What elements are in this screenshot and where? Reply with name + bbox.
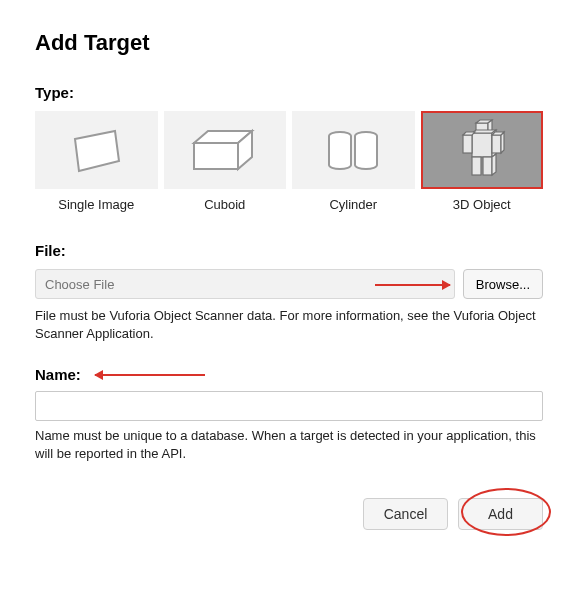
cancel-button[interactable]: Cancel — [363, 498, 448, 530]
add-button[interactable]: Add — [458, 498, 543, 530]
svg-marker-16 — [492, 132, 504, 135]
svg-rect-17 — [472, 157, 481, 175]
svg-marker-19 — [492, 154, 496, 175]
type-option-cuboid[interactable]: Cuboid — [164, 111, 287, 212]
browse-button[interactable]: Browse... — [463, 269, 543, 299]
svg-rect-9 — [472, 133, 492, 157]
svg-marker-13 — [463, 132, 475, 135]
single-image-icon — [35, 111, 158, 189]
annotation-arrow-browse — [375, 284, 450, 286]
file-help-text: File must be Vuforia Object Scanner data… — [35, 307, 543, 342]
type-option-label: Cylinder — [329, 197, 377, 212]
type-option-single-image[interactable]: Single Image — [35, 111, 158, 212]
type-option-label: Single Image — [58, 197, 134, 212]
dialog-title: Add Target — [35, 30, 543, 56]
3d-object-icon — [421, 111, 544, 189]
type-option-label: 3D Object — [453, 197, 511, 212]
svg-rect-18 — [483, 157, 492, 175]
name-input[interactable] — [35, 391, 543, 421]
cylinder-icon — [292, 111, 415, 189]
type-option-label: Cuboid — [204, 197, 245, 212]
type-label: Type: — [35, 84, 543, 101]
svg-marker-0 — [75, 131, 119, 171]
type-selector: Single Image Cuboid Cylinder — [35, 111, 543, 212]
name-help-text: Name must be unique to a database. When … — [35, 427, 543, 462]
svg-marker-1 — [194, 143, 238, 169]
svg-rect-12 — [463, 135, 472, 153]
file-label: File: — [35, 242, 543, 259]
svg-rect-14 — [492, 135, 501, 153]
annotation-arrow-name — [95, 374, 205, 376]
name-label: Name: — [35, 366, 81, 383]
cuboid-icon — [164, 111, 287, 189]
type-option-cylinder[interactable]: Cylinder — [292, 111, 415, 212]
type-option-3d-object[interactable]: 3D Object — [421, 111, 544, 212]
